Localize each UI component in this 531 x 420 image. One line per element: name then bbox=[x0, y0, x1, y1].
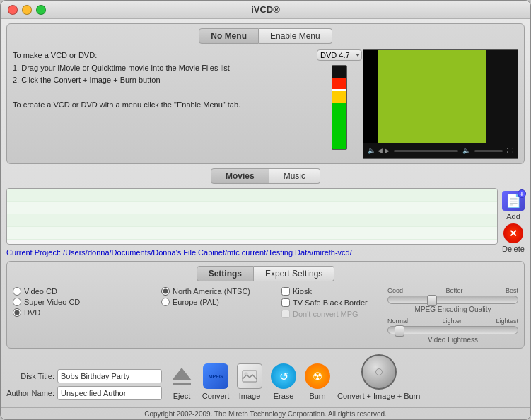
video-slider-label: Video Lightness bbox=[387, 336, 518, 344]
radio-dvd[interactable]: DVD bbox=[13, 308, 154, 317]
preview-controls: 🔈 ◀ ▶ 🔈 ⛶ bbox=[368, 147, 513, 154]
maximize-button[interactable] bbox=[36, 5, 46, 15]
image-icon bbox=[235, 363, 264, 390]
image-button[interactable]: Image bbox=[235, 363, 264, 400]
add-plus-icon: + bbox=[518, 189, 526, 198]
author-name-row: Author Name: bbox=[6, 386, 162, 400]
eject-icon bbox=[168, 363, 196, 390]
convert-button[interactable]: MPEG Convert bbox=[202, 363, 230, 400]
radio-video-cd[interactable]: Video CD bbox=[13, 287, 154, 296]
disk-title-label: Disk Title: bbox=[6, 372, 54, 380]
tab-no-menu[interactable]: No Menu bbox=[199, 28, 259, 44]
eject-triangle bbox=[172, 368, 192, 380]
menu-tab-bar: No Menu Enable Menu bbox=[13, 28, 518, 44]
format-radio-group: Video CD Super Video CD DVD bbox=[13, 287, 154, 317]
current-project-label: Current Project: bbox=[6, 248, 61, 257]
checkbox-kiosk-input[interactable] bbox=[281, 287, 290, 296]
image-label: Image bbox=[239, 392, 261, 400]
instruction-line2: 1. Drag your iMovie or Quicktime movie i… bbox=[13, 62, 316, 75]
minimize-button[interactable] bbox=[22, 5, 32, 15]
burn-shape: ☢ bbox=[305, 363, 330, 389]
settings-tab-bar: Settings Expert Settings bbox=[13, 266, 518, 281]
disk-title-input[interactable] bbox=[57, 369, 162, 383]
format-options: Video CD Super Video CD DVD bbox=[13, 287, 154, 344]
video-label-lighter: Lighter bbox=[442, 317, 462, 325]
radio-pal-input[interactable] bbox=[161, 298, 170, 306]
instruction-line5: To create a VCD or DVD with a menu click… bbox=[13, 99, 316, 112]
list-item bbox=[7, 214, 497, 227]
close-button[interactable] bbox=[8, 5, 18, 15]
radio-europe[interactable]: Europe (PAL) bbox=[161, 298, 274, 306]
burn-button[interactable]: ☢ Burn bbox=[303, 363, 332, 400]
checkbox-tv-safe[interactable]: TV Safe Black Border bbox=[281, 298, 380, 307]
radio-video-cd-input[interactable] bbox=[13, 287, 21, 296]
eject-bar bbox=[173, 383, 191, 385]
dvd-select[interactable]: DVD 4.7 DVD 8.5 VCD SVCD bbox=[317, 49, 362, 61]
file-actions: 📄 + Add ✕ Delete bbox=[502, 188, 525, 258]
burn-icon: ☢ bbox=[303, 363, 332, 390]
radio-super-video-cd-input[interactable] bbox=[13, 298, 21, 306]
file-list-container: Current Project: /Users/donna/Documents/… bbox=[6, 188, 498, 258]
radio-ntsc-label: North America (NTSC) bbox=[173, 287, 250, 296]
video-slider-thumb[interactable] bbox=[395, 325, 404, 337]
checkbox-dont-convert-input bbox=[281, 310, 290, 318]
radio-north-america[interactable]: North America (NTSC) bbox=[161, 287, 274, 296]
preview-play-icon[interactable]: ▶ bbox=[385, 147, 390, 154]
vu-meter bbox=[332, 65, 347, 150]
radio-super-video-cd[interactable]: Super Video CD bbox=[13, 298, 154, 306]
file-list bbox=[6, 188, 498, 245]
titlebar: iVCD® bbox=[1, 1, 530, 19]
video-lightness-group: Normal Lighter Lightest Video Lightness bbox=[387, 317, 518, 344]
delete-button[interactable]: ✕ Delete bbox=[502, 223, 525, 253]
mpeg-slider-thumb[interactable] bbox=[427, 295, 437, 306]
convert-image-burn-button[interactable]: Convert + Image + Burn bbox=[337, 354, 420, 400]
mpeg-slider-track[interactable] bbox=[387, 296, 518, 304]
eject-button[interactable]: Eject bbox=[168, 363, 196, 400]
add-button[interactable]: 📄 + Add bbox=[502, 191, 525, 221]
big-disk-icon bbox=[361, 354, 397, 390]
preview-controls-bar: 🔈 ◀ ▶ 🔈 ⛶ bbox=[363, 143, 518, 158]
window-title: iVCD® bbox=[251, 4, 280, 15]
list-item bbox=[7, 202, 497, 214]
radio-pal-label: Europe (PAL) bbox=[173, 298, 219, 306]
video-slider-labels: Normal Lighter Lightest bbox=[387, 317, 518, 325]
eject-label: Eject bbox=[173, 392, 190, 400]
mpeg-slider-label: MPEG Encoding Quality bbox=[387, 305, 518, 313]
preview-vol-left-icon[interactable]: 🔈 bbox=[462, 147, 470, 154]
content-tab-bar: Movies Music bbox=[6, 168, 525, 184]
tab-settings[interactable]: Settings bbox=[197, 266, 254, 281]
tab-enable-menu[interactable]: Enable Menu bbox=[259, 28, 332, 44]
convert-label: Convert bbox=[202, 392, 230, 400]
image-svg bbox=[241, 368, 258, 385]
instruction-line1: To make a VCD or DVD: bbox=[13, 49, 316, 62]
quality-sliders: Good Better Best MPEG Encoding Quality N… bbox=[387, 287, 518, 344]
preview-back-icon[interactable]: ◀ bbox=[378, 147, 383, 154]
file-section: Current Project: /Users/donna/Documents/… bbox=[6, 188, 525, 258]
checkbox-options: Kiosk TV Safe Black Border Don't convert… bbox=[281, 287, 380, 344]
checkbox-kiosk[interactable]: Kiosk bbox=[281, 287, 380, 296]
preview-fullscreen-icon[interactable]: ⛶ bbox=[507, 147, 513, 154]
convert-icon: MPEG bbox=[202, 363, 230, 390]
radio-ntsc-input[interactable] bbox=[161, 287, 170, 296]
region-radio-group: North America (NTSC) Europe (PAL) bbox=[161, 287, 274, 306]
dvd-selector: DVD 4.7 DVD 8.5 VCD SVCD bbox=[317, 49, 362, 61]
mpeg-quality-group: Good Better Best MPEG Encoding Quality bbox=[387, 287, 518, 313]
tab-movies[interactable]: Movies bbox=[211, 168, 269, 184]
erase-button[interactable]: ↺ Erase bbox=[269, 363, 298, 400]
footer-text: Copyright 2002-2009. The Mireth Technolo… bbox=[144, 410, 387, 418]
checkbox-dont-convert[interactable]: Don't convert MPG bbox=[281, 310, 380, 318]
preview-progress-bar[interactable] bbox=[394, 150, 458, 152]
current-project-path: /Users/donna/Documents/Donna's File Cabi… bbox=[63, 248, 352, 257]
preview-volume-slider[interactable] bbox=[474, 150, 503, 152]
preview-volume-icon[interactable]: 🔈 bbox=[368, 147, 375, 154]
footer: Copyright 2002-2009. The Mireth Technolo… bbox=[1, 407, 530, 419]
mpeg-label-good: Good bbox=[387, 287, 403, 294]
delete-icon: ✕ bbox=[503, 223, 523, 243]
tab-music[interactable]: Music bbox=[269, 168, 320, 184]
author-name-input[interactable] bbox=[57, 386, 162, 400]
tab-expert-settings[interactable]: Expert Settings bbox=[254, 266, 334, 281]
radio-dvd-input[interactable] bbox=[13, 308, 21, 317]
checkbox-tv-safe-input[interactable] bbox=[281, 298, 290, 307]
video-slider-track[interactable] bbox=[387, 326, 518, 334]
disk-center bbox=[375, 368, 383, 375]
